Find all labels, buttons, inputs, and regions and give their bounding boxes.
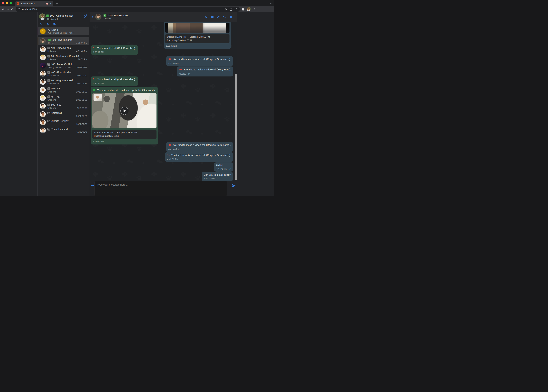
buddy-item-500[interactable]: 500 - 500 Unknown2021-11-11: [38, 102, 89, 110]
message-text: You tried to make a video call (Request …: [173, 58, 231, 61]
chat-contact-avatar: [95, 14, 101, 20]
add-buddy-icon[interactable]: [52, 22, 56, 26]
buddy-name: Three Hundred: [51, 128, 68, 131]
refresh-button[interactable]: [10, 7, 14, 12]
site-info-icon[interactable]: [18, 8, 20, 11]
minimize-window-button[interactable]: [6, 2, 8, 4]
search-messages-button[interactable]: [223, 15, 226, 19]
wall-hexagon-decor: [103, 96, 110, 102]
audio-call-button[interactable]: [204, 15, 208, 19]
message-time: 4:42:59 PM: [167, 158, 231, 161]
bookmark-star-icon[interactable]: [235, 8, 238, 11]
play-button[interactable]: [120, 107, 128, 115]
buddy-avatar: [40, 111, 46, 117]
message-time: 4:31:53 PM: [179, 73, 231, 75]
contact-card-icon: [48, 63, 50, 66]
chat-back-icon[interactable]: [90, 15, 95, 19]
message-input[interactable]: [94, 181, 227, 196]
message-text: You tried to make a video call (Request …: [173, 144, 231, 146]
chat-panel: 200 - Two Hundred Ready: [90, 12, 237, 196]
message-date: 2022-02-22: [166, 45, 229, 47]
browser-tab[interactable]: Browser Phone ✕: [15, 1, 53, 6]
buddy-name: Alberto Hensley: [51, 120, 69, 122]
buddy-item-60[interactable]: 60 - Conference Room 60 Unknown1:20:33 P…: [38, 54, 89, 62]
buddy-name: 60 - Conference Room 60: [51, 55, 79, 57]
message-video-recording-top: Started: 6:07:48 PM → Stopped: 6:07:59 P…: [164, 21, 231, 49]
chat-contact-status: Ready: [104, 17, 111, 20]
buddy-item-alberto[interactable]: Alberto Hensley 2021-02-09: [38, 119, 89, 126]
video-thumbnail[interactable]: [165, 23, 229, 33]
delivered-check-icon: [228, 168, 231, 170]
url-text[interactable]: localhost:8000: [22, 8, 37, 11]
picture-in-picture-preview: [94, 94, 102, 101]
extensions-puzzle-icon[interactable]: [242, 8, 244, 11]
buddy-avatar: [40, 46, 46, 52]
buddy-time: 2021-02-09: [76, 131, 87, 133]
settings-gears-icon[interactable]: [83, 15, 86, 18]
play-icon: [124, 109, 126, 112]
mic-icon[interactable]: [224, 8, 227, 11]
buddy-item-99[interactable]: *99 - Stream Echo Unknown4:31:40 PM: [38, 45, 89, 54]
message-audio-call-request: You tried to make an audio call (Request…: [165, 152, 233, 162]
new-tab-button[interactable]: +: [55, 1, 59, 6]
profile-avatar[interactable]: [39, 14, 46, 20]
message-time: 4:33:07 PM: [93, 140, 156, 143]
buddy-item-66[interactable]: *66 - *66 Unknown2022-01-01: [38, 86, 89, 94]
message-text: You tried to make an audio call (Request…: [171, 154, 231, 157]
buddy-item-three-hundred[interactable]: Three Hundred 2021-02-09: [38, 126, 89, 135]
edit-buddy-button[interactable]: [216, 15, 220, 19]
message-time: 4:45:11 PM: [204, 177, 215, 180]
buddy-item-voicemail[interactable]: Voicemail 2021-02-09: [38, 110, 89, 119]
close-window-button[interactable]: [2, 2, 5, 4]
more-options-button[interactable]: [91, 185, 94, 186]
line-number-badge: 1: [40, 28, 46, 34]
buddy-time: 2021-02-09: [76, 115, 87, 117]
contact-card-icon: [48, 112, 50, 114]
active-line-item[interactable]: 1 Line 1 *65 - Music On Hold <*65>: [38, 27, 89, 35]
phone-square-gray-icon: [48, 47, 50, 49]
video-player[interactable]: [92, 93, 157, 128]
send-message-icon[interactable]: [232, 184, 236, 188]
buddy-item-65[interactable]: ♪ *65 - Music On Hold Testing the music …: [38, 62, 89, 70]
buddy-name: 200 - Two Hundred: [52, 38, 72, 41]
buddy-name: *65 - Music On Hold: [51, 63, 73, 66]
buddy-time: 4:31:40 PM: [76, 50, 87, 52]
line-phone-icon: [48, 29, 50, 31]
address-bar[interactable]: localhost:8000: [15, 7, 240, 12]
buddy-name: 400 - Four Hundred: [51, 71, 72, 74]
dial-phone-icon[interactable]: [46, 22, 50, 26]
message-text: You tried to make a video call (Busy Her…: [184, 68, 231, 71]
buddy-avatar-music: ♪: [40, 63, 46, 69]
browser-menu-icon[interactable]: [253, 8, 256, 11]
video-call-button[interactable]: [210, 15, 214, 19]
buddy-status: Ready: [48, 42, 54, 44]
buddy-time: 2022-01-01: [76, 91, 87, 93]
buddy-item-200[interactable]: 200 - Two Hundred Ready4:43:01 PM: [38, 37, 89, 45]
browser-profile-avatar[interactable]: [247, 7, 251, 11]
maximize-window-button[interactable]: [9, 2, 12, 4]
buddy-name: Voicemail: [51, 112, 62, 114]
contact-card-icon: [48, 128, 50, 131]
buddy-avatar: [40, 95, 46, 101]
buddy-item-800[interactable]: 800 - Eight Hundred Unavailable2022-01-1…: [38, 78, 89, 86]
tab-close-button[interactable]: ✕: [49, 2, 52, 5]
buddy-avatar: [40, 38, 46, 44]
buddy-item-400[interactable]: 400 - Four Hundred Unavailable2022-02-22: [38, 70, 89, 78]
delete-conversation-button[interactable]: [229, 15, 233, 19]
back-button[interactable]: [1, 7, 6, 12]
buddy-name: *99 - Stream Echo: [51, 47, 71, 49]
window-controls: [2, 2, 12, 4]
find-buddy-search-icon[interactable]: [40, 22, 43, 26]
registered-phone-icon: [46, 14, 49, 17]
tab-search-chevron-icon[interactable]: [270, 2, 272, 5]
phone-square-gray-icon: [48, 79, 50, 82]
share-icon[interactable]: [230, 8, 232, 11]
audio-call-icon: [167, 154, 170, 157]
buddy-item-67[interactable]: *67 - *67 Unknown2022-01-01: [38, 94, 89, 102]
chat-contact-name: 200 - Two Hundred: [107, 14, 129, 17]
message-text: Can you take call quick?: [204, 174, 231, 176]
missed-call-phone-icon: [93, 47, 96, 49]
chat-scrollbar[interactable]: [235, 74, 237, 180]
forward-button[interactable]: [6, 7, 10, 12]
buddy-name: 800 - Eight Hundred: [51, 79, 73, 82]
